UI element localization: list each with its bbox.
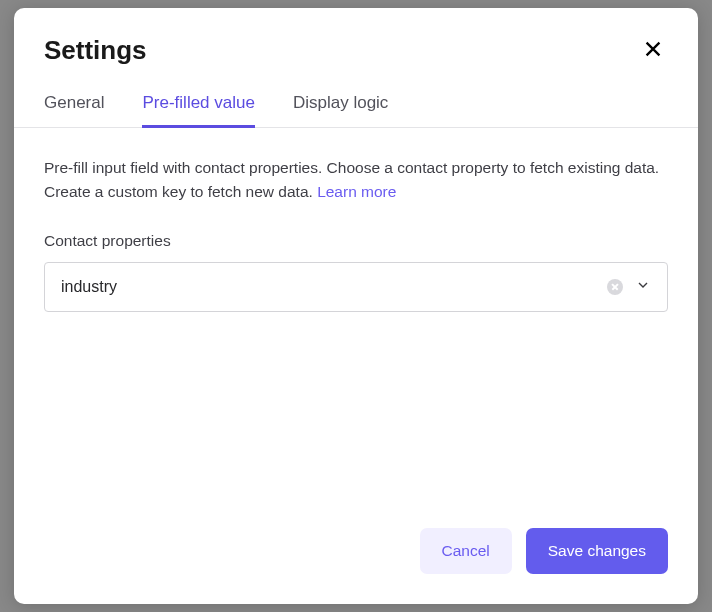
chevron-down-icon [635,277,651,297]
save-changes-button[interactable]: Save changes [526,528,668,574]
settings-modal: Settings General Pre-filled value Displa… [14,8,698,604]
tab-general[interactable]: General [44,83,104,127]
close-button[interactable] [638,34,668,67]
close-icon [642,38,664,63]
modal-footer: Cancel Save changes [14,508,698,604]
modal-title: Settings [44,35,147,66]
tabs: General Pre-filled value Display logic [14,83,698,128]
contact-properties-label: Contact properties [44,232,668,250]
contact-properties-select[interactable]: industry [44,262,668,312]
select-value: industry [61,278,607,296]
modal-content: Pre-fill input field with contact proper… [14,128,698,508]
tab-display-logic[interactable]: Display logic [293,83,388,127]
tab-prefilled-value[interactable]: Pre-filled value [142,83,254,127]
cancel-button[interactable]: Cancel [420,528,512,574]
clear-icon[interactable] [607,279,623,295]
learn-more-link[interactable]: Learn more [317,183,396,200]
modal-header: Settings [14,8,698,83]
description-text: Pre-fill input field with contact proper… [44,156,668,204]
